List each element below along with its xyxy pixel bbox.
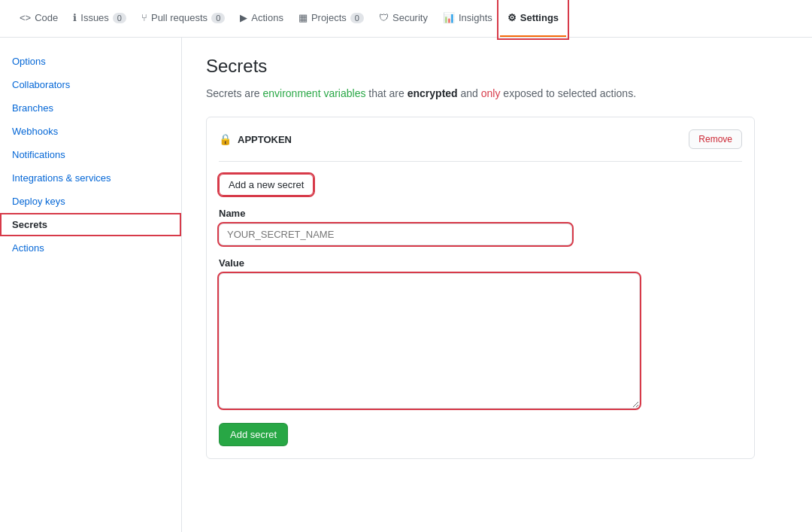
name-label: Name bbox=[219, 208, 742, 219]
sidebar-item-branches[interactable]: Branches bbox=[0, 96, 181, 120]
value-label: Value bbox=[219, 257, 742, 269]
insights-icon: 📊 bbox=[443, 12, 455, 23]
security-icon: 🛡 bbox=[379, 12, 389, 23]
existing-secret-row: 🔒 APPTOKEN Remove bbox=[219, 129, 742, 162]
secret-name: 🔒 APPTOKEN bbox=[219, 133, 292, 145]
sidebar-item-collaborators[interactable]: Collaborators bbox=[0, 73, 181, 96]
projects-icon: ▦ bbox=[298, 12, 308, 23]
sidebar-item-integrations[interactable]: Integrations & services bbox=[0, 166, 181, 190]
secret-token-name: APPTOKEN bbox=[238, 134, 292, 145]
nav-settings-label: Settings bbox=[520, 12, 559, 23]
nav-security[interactable]: 🛡 Security bbox=[371, 0, 435, 37]
value-form-group: Value bbox=[219, 257, 742, 411]
sidebar-item-secrets[interactable]: Secrets bbox=[0, 213, 181, 236]
nav-issues[interactable]: ℹ Issues 0 bbox=[65, 0, 134, 37]
sidebar-item-deploy-keys[interactable]: Deploy keys bbox=[0, 190, 181, 213]
add-new-secret-button[interactable]: Add a new secret bbox=[219, 174, 314, 196]
sidebar-item-notifications[interactable]: Notifications bbox=[0, 143, 181, 166]
secrets-container: 🔒 APPTOKEN Remove Add a new secret Name … bbox=[206, 117, 755, 459]
page-layout: Options Collaborators Branches Webhooks … bbox=[0, 38, 812, 532]
nav-insights-label: Insights bbox=[459, 12, 492, 23]
env-var-highlight: environment variables bbox=[262, 87, 365, 99]
sidebar-item-options[interactable]: Options bbox=[0, 50, 181, 73]
nav-pull-requests-label: Pull requests bbox=[151, 12, 208, 23]
top-navigation: <> Code ℹ Issues 0 ⑂ Pull requests 0 ▶ A… bbox=[0, 0, 812, 38]
nav-code-label: Code bbox=[35, 12, 58, 23]
issues-icon: ℹ bbox=[73, 12, 77, 23]
code-icon: <> bbox=[20, 12, 31, 23]
nav-projects[interactable]: ▦ Projects 0 bbox=[291, 0, 371, 37]
lock-icon: 🔒 bbox=[219, 133, 232, 145]
pull-requests-badge: 0 bbox=[211, 13, 225, 23]
nav-pull-requests[interactable]: ⑂ Pull requests 0 bbox=[134, 0, 232, 37]
sidebar-item-webhooks[interactable]: Webhooks bbox=[0, 120, 181, 143]
add-secret-submit-button[interactable]: Add secret bbox=[219, 423, 288, 446]
main-content: Secrets Secrets are environment variable… bbox=[182, 38, 812, 532]
secret-name-input[interactable] bbox=[219, 223, 572, 245]
nav-projects-label: Projects bbox=[311, 12, 347, 23]
only-highlight: only bbox=[481, 87, 501, 99]
sidebar: Options Collaborators Branches Webhooks … bbox=[0, 38, 182, 532]
settings-icon: ⚙ bbox=[508, 12, 517, 23]
nav-security-label: Security bbox=[392, 12, 428, 23]
encrypted-highlight: encrypted bbox=[408, 87, 458, 99]
name-form-group: Name bbox=[219, 208, 742, 245]
page-title: Secrets bbox=[206, 56, 788, 77]
nav-insights[interactable]: 📊 Insights bbox=[435, 0, 500, 37]
nav-actions[interactable]: ▶ Actions bbox=[232, 0, 291, 37]
projects-badge: 0 bbox=[350, 13, 364, 23]
remove-secret-button[interactable]: Remove bbox=[689, 129, 742, 149]
actions-nav-icon: ▶ bbox=[240, 12, 247, 23]
nav-issues-label: Issues bbox=[80, 12, 109, 23]
nav-actions-label: Actions bbox=[251, 12, 283, 23]
nav-settings[interactable]: ⚙ Settings bbox=[500, 0, 566, 37]
page-description: Secrets are environment variables that a… bbox=[206, 86, 788, 102]
issues-badge: 0 bbox=[113, 13, 126, 23]
pull-requests-icon: ⑂ bbox=[141, 12, 147, 23]
sidebar-item-actions[interactable]: Actions bbox=[0, 236, 181, 260]
secret-value-textarea[interactable] bbox=[219, 273, 640, 409]
nav-code[interactable]: <> Code bbox=[12, 0, 65, 37]
